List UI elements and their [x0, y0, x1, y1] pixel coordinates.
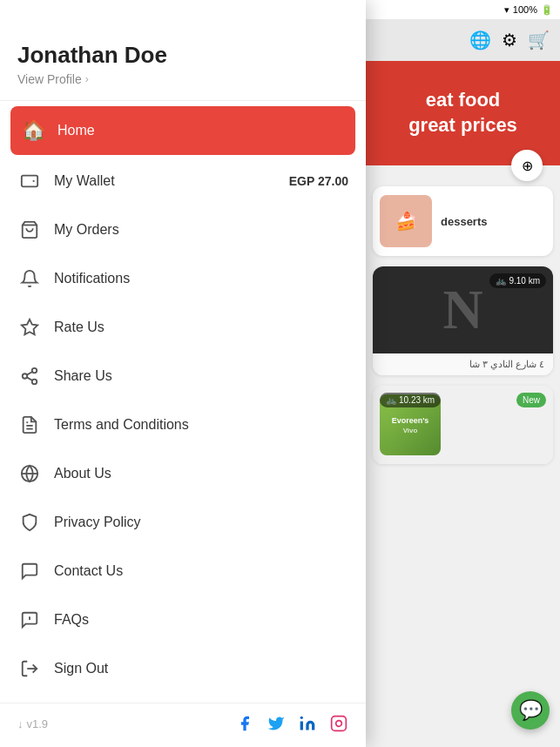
nav-item-share[interactable]: Share Us [0, 352, 366, 400]
svg-point-5 [32, 380, 37, 385]
share-icon [17, 364, 42, 388]
restaurant-n-address: ٤ شارع النادي ٣ شا [373, 353, 553, 375]
svg-point-4 [23, 374, 28, 379]
desserts-image: 🍰 [380, 195, 432, 247]
social-links [235, 714, 348, 733]
nav-label-privacy: Privacy Policy [54, 515, 141, 530]
view-profile-label: View Profile [17, 72, 82, 86]
location-icon: ⊕ [522, 158, 533, 174]
nav-item-terms[interactable]: Terms and Conditions [0, 400, 366, 449]
user-name: Jonathan Doe [17, 42, 348, 69]
main-content: 🌐 ⚙ 🛒 eat food great prices ⊕ 🍰 desserts… [366, 19, 560, 747]
version-number: v1.9 [27, 717, 49, 730]
star-icon [17, 315, 42, 340]
nav-label-contact: Contact Us [54, 563, 123, 579]
twitter-icon[interactable] [267, 714, 286, 733]
bike-icon-1: 🚲 [496, 276, 506, 286]
evoreen-name: Evoreen's [392, 416, 429, 425]
evoreen-sub: Vivo [403, 427, 418, 434]
drawer-header: Jonathan Doe View Profile › [0, 0, 366, 101]
drawer-nav: 🏠 Home My Wallet EGP 27.00 [0, 101, 366, 703]
nav-item-about[interactable]: About Us [0, 449, 366, 498]
document-icon [17, 413, 42, 437]
drawer-footer: ↓ v1.9 [0, 703, 366, 747]
desserts-label: desserts [441, 215, 487, 228]
shield-icon [17, 510, 42, 535]
bell-icon [17, 266, 42, 291]
nav-item-contact[interactable]: Contact Us [0, 547, 366, 596]
content-area: 🍰 desserts N 🚲 9.10 km ٤ شارع النادي ٣ ش… [366, 186, 560, 464]
banner-line1: eat food [408, 88, 517, 113]
nav-item-wallet[interactable]: My Wallet EGP 27.00 [0, 157, 366, 205]
view-profile-arrow: › [85, 73, 89, 85]
chat-icon [17, 559, 42, 583]
distance-badge-1: 🚲 9.10 km [489, 273, 546, 288]
nav-label-terms: Terms and Conditions [54, 417, 189, 433]
location-button[interactable]: ⊕ [511, 150, 543, 181]
nav-label-wallet: My Wallet [54, 173, 115, 189]
status-bar: ▾ 100% 🔋 [366, 0, 560, 19]
linkedin-icon[interactable] [298, 714, 317, 733]
svg-line-7 [27, 372, 32, 375]
desserts-emoji: 🍰 [395, 211, 417, 232]
battery-text: 100% [513, 4, 537, 15]
svg-rect-0 [22, 176, 37, 187]
nav-label-rate: Rate Us [54, 320, 105, 335]
svg-point-15 [300, 717, 303, 719]
nav-label-orders: My Orders [54, 222, 119, 238]
view-profile-link[interactable]: View Profile › [17, 72, 348, 86]
nav-item-orders[interactable]: My Orders [0, 205, 366, 254]
orders-icon [17, 218, 42, 242]
nav-label-home: Home [57, 123, 95, 138]
svg-point-3 [32, 368, 37, 374]
wallet-value: EGP 27.00 [289, 174, 348, 188]
desserts-card[interactable]: 🍰 desserts [373, 186, 553, 256]
restaurant-n-letter: N [442, 278, 482, 342]
nav-label-about: About Us [54, 466, 111, 481]
nav-label-signout: Sign Out [54, 661, 108, 676]
bike-icon-2: 🚲 [386, 395, 396, 405]
wifi-icon: ▾ [504, 4, 509, 16]
home-icon: 🏠 [21, 118, 45, 143]
svg-marker-2 [22, 320, 37, 334]
nav-item-signout[interactable]: Sign Out [0, 644, 366, 693]
globe-nav-icon [17, 461, 42, 486]
version-info: ↓ v1.9 [17, 717, 48, 730]
facebook-icon[interactable] [235, 714, 254, 733]
signout-icon [17, 656, 42, 681]
globe-icon: 🌐 [469, 30, 491, 50]
whatsapp-icon: 💬 [519, 699, 543, 722]
new-badge: New [516, 393, 546, 407]
wallet-icon [17, 169, 42, 193]
nav-item-notifications[interactable]: Notifications [0, 254, 366, 303]
distance-badge-2: 🚲 10.23 km [380, 393, 441, 407]
nav-label-faq: FAQs [54, 612, 89, 628]
svg-line-6 [27, 377, 32, 380]
nav-item-rate[interactable]: Rate Us [0, 303, 366, 352]
cart-icon: 🛒 [528, 30, 550, 50]
faq-icon [17, 608, 42, 632]
evoreen-card[interactable]: Evoreen's Vivo 🚲 10.23 km New [373, 386, 553, 464]
banner-line2: great prices [408, 113, 517, 138]
main-header: 🌐 ⚙ 🛒 [366, 19, 560, 61]
nav-item-faq[interactable]: FAQs [0, 596, 366, 644]
restaurant-n-card[interactable]: N 🚲 9.10 km ٤ شارع النادي ٣ شا [373, 266, 553, 375]
instagram-icon[interactable] [329, 714, 348, 733]
nav-label-share: Share Us [54, 368, 112, 384]
battery-icon: 🔋 [541, 4, 553, 16]
navigation-drawer: Jonathan Doe View Profile › 🏠 Home My Wa… [0, 0, 366, 747]
nav-item-home[interactable]: 🏠 Home [10, 106, 355, 155]
promo-banner: eat food great prices ⊕ [366, 61, 560, 165]
filter-icon: ⚙ [502, 30, 517, 50]
svg-rect-16 [332, 717, 347, 731]
whatsapp-fab[interactable]: 💬 [511, 691, 550, 730]
nav-label-notifications: Notifications [54, 271, 130, 286]
nav-item-privacy[interactable]: Privacy Policy [0, 498, 366, 547]
version-prefix: ↓ [17, 717, 24, 730]
